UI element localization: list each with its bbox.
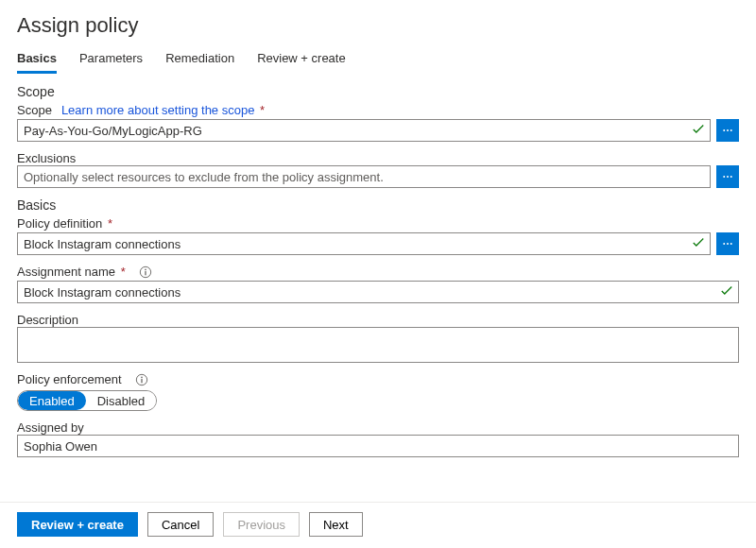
svg-rect-11 (145, 270, 146, 274)
scope-learn-more-link[interactable]: Learn more about setting the scope (61, 103, 255, 117)
page-title: Assign policy (17, 13, 739, 38)
svg-point-6 (723, 243, 725, 245)
tabs: Basics Parameters Remediation Review + c… (17, 47, 739, 75)
policy-enforcement-toggle[interactable]: Enabled Disabled (17, 390, 157, 411)
exclusions-picker-button[interactable] (716, 165, 739, 188)
description-label: Description (17, 313, 739, 327)
review-create-button[interactable]: Review + create (17, 512, 138, 537)
assigned-by-input[interactable] (17, 435, 739, 457)
assignment-name-input[interactable] (17, 281, 739, 303)
svg-point-0 (723, 129, 725, 131)
required-marker: * (260, 103, 265, 117)
toggle-enabled[interactable]: Enabled (18, 391, 86, 410)
tab-remediation[interactable]: Remediation (165, 47, 234, 74)
cancel-button[interactable]: Cancel (147, 512, 214, 537)
policy-definition-label: Policy definition (17, 216, 102, 231)
scope-input[interactable] (17, 119, 711, 142)
info-icon[interactable] (139, 265, 152, 279)
svg-point-5 (730, 176, 732, 178)
policy-definition-picker-button[interactable] (716, 232, 739, 255)
assigned-by-label: Assigned by (17, 420, 739, 435)
previous-button: Previous (223, 512, 300, 537)
checkmark-icon (692, 123, 705, 139)
scope-label: Scope (17, 103, 52, 117)
policy-definition-input[interactable] (17, 232, 711, 255)
tab-basics[interactable]: Basics (17, 47, 57, 74)
svg-point-1 (727, 129, 729, 131)
svg-point-7 (727, 243, 729, 245)
toggle-disabled[interactable]: Disabled (86, 391, 157, 410)
svg-point-10 (145, 268, 146, 270)
next-button[interactable]: Next (309, 512, 363, 537)
description-textarea[interactable] (17, 327, 739, 363)
footer-actions: Review + create Cancel Previous Next (0, 502, 756, 548)
section-basics-heading: Basics (17, 197, 739, 213)
required-marker: * (121, 265, 126, 279)
checkmark-icon (692, 236, 705, 252)
ellipsis-icon (722, 170, 733, 183)
svg-point-4 (727, 176, 729, 178)
required-marker: * (108, 216, 112, 231)
tab-review-create[interactable]: Review + create (257, 47, 346, 74)
svg-point-3 (723, 176, 725, 178)
tab-parameters[interactable]: Parameters (79, 47, 143, 74)
section-scope-heading: Scope (17, 84, 739, 99)
checkmark-icon (720, 284, 733, 300)
svg-point-8 (730, 243, 732, 245)
policy-enforcement-label: Policy enforcement (17, 372, 122, 386)
exclusions-input[interactable] (17, 165, 711, 188)
info-icon[interactable] (135, 373, 148, 386)
svg-point-13 (141, 376, 143, 378)
svg-rect-14 (141, 378, 142, 382)
ellipsis-icon (722, 237, 733, 250)
scope-picker-button[interactable] (716, 119, 739, 142)
ellipsis-icon (722, 124, 733, 137)
exclusions-label: Exclusions (17, 151, 739, 165)
assignment-name-label: Assignment name (17, 265, 115, 279)
svg-point-2 (730, 129, 732, 131)
